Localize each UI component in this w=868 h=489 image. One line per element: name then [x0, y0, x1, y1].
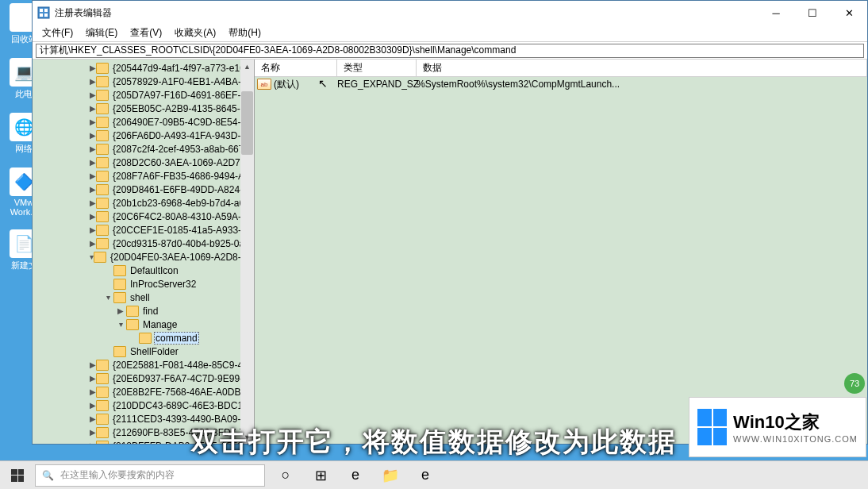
- tree-item[interactable]: InProcServer32: [33, 277, 254, 291]
- scroll-up-arrow[interactable]: ▲: [240, 60, 254, 73]
- tree-item-label: {20578929-A1F0-4EB1-A4BA-66207291: [111, 76, 254, 87]
- tree-item-label: {20E8B2FE-7568-46AE-A0DB-76B7F469: [111, 387, 254, 398]
- maximize-button[interactable]: ☐: [794, 1, 831, 25]
- tree-item-label: {20cd9315-87d0-40b4-b925-0a8f208e: [111, 238, 254, 249]
- expander-icon[interactable]: ▶: [90, 131, 96, 140]
- folder-icon: [126, 319, 139, 330]
- tree-item[interactable]: ShellFolder: [33, 345, 254, 358]
- expander-icon[interactable]: ▶: [90, 387, 96, 396]
- tree-item[interactable]: ▶{212BFFFB-DAB9-4EEF-AF58-3366DAF ∨: [33, 439, 254, 444]
- tree-item-label: {209D8461-E6FB-49DD-A824-C9962A9: [111, 184, 254, 195]
- folder-icon: [96, 157, 109, 168]
- tree-item[interactable]: ▶{20578929-A1F0-4EB1-A4BA-66207291: [33, 75, 254, 88]
- status-badge[interactable]: 73: [844, 373, 865, 394]
- menu-view[interactable]: 查看(V): [124, 25, 168, 41]
- expander-icon[interactable]: ▶: [90, 414, 96, 423]
- expander-icon[interactable]: ▶: [115, 306, 126, 315]
- expander-icon[interactable]: ▶: [90, 212, 96, 221]
- values-header: 名称 类型 数据: [255, 60, 867, 77]
- expander-icon[interactable]: ▶: [90, 104, 96, 113]
- search-placeholder: 在这里输入你要搜索的内容: [60, 468, 175, 482]
- tree-item[interactable]: ▶{2111CED3-4393-4490-BA09-0714A7C9: [33, 412, 254, 425]
- tree-item[interactable]: ▶{20E6D937-F6A7-4C7D-9E99-7E0AF817: [33, 372, 254, 385]
- expander-icon[interactable]: ▶: [90, 185, 96, 194]
- expander-icon[interactable]: ▶: [90, 198, 96, 207]
- tree-item[interactable]: ▶{20CCEF1E-0185-41a5-A933-509C43B5: [33, 223, 254, 237]
- tree-item[interactable]: ▶{20E8B2FE-7568-46AE-A0DB-76B7F469: [33, 385, 254, 399]
- folder-icon: [96, 414, 109, 425]
- tree-item[interactable]: ▶{20cd9315-87d0-40b4-b925-0a8f208e: [33, 237, 254, 250]
- task-ie-icon[interactable]: e: [408, 461, 443, 490]
- tree-item[interactable]: command: [33, 331, 254, 345]
- tree-item-label: {205447d9-4af1-4f97-a773-e10ff2e44e: [111, 63, 254, 74]
- menu-fav[interactable]: 收藏夹(A): [168, 25, 222, 41]
- tree-item[interactable]: ▶{205EB05C-A2B9-4135-8645-C8673A7E: [33, 102, 254, 115]
- value-row[interactable]: ab (默认) REG_EXPAND_SZ %SystemRoot%\syste…: [255, 77, 867, 91]
- tree-item[interactable]: ▶{209D8461-E6FB-49DD-A824-C9962A9: [33, 183, 254, 196]
- scroll-thumb[interactable]: [241, 91, 253, 155]
- close-button[interactable]: ✕: [831, 1, 867, 25]
- menu-edit[interactable]: 编辑(E): [79, 25, 124, 41]
- col-name[interactable]: 名称: [255, 60, 337, 76]
- tree-item[interactable]: ▶{20E25881-F081-448e-85C9-4707A940: [33, 358, 254, 372]
- folder-icon: [96, 360, 109, 371]
- svg-rect-3: [40, 13, 43, 17]
- expander-icon[interactable]: ▶: [90, 64, 96, 72]
- tree-item[interactable]: ▶{20C6F4C2-80A8-4310-A59A-1CC4873: [33, 210, 254, 223]
- minimize-button[interactable]: ─: [758, 1, 794, 25]
- expander-icon[interactable]: ▶: [90, 239, 96, 248]
- value-name: (默认): [274, 78, 337, 91]
- titlebar[interactable]: 注册表编辑器 ─ ☐ ✕: [33, 1, 867, 25]
- tree-item[interactable]: ▶find: [33, 304, 254, 318]
- address-input[interactable]: [36, 44, 864, 58]
- tree-item[interactable]: ▶{206FA6D0-A493-41FA-943D-3F655088: [33, 129, 254, 142]
- expander-icon[interactable]: ▶: [90, 401, 96, 410]
- expander-icon[interactable]: ▶: [90, 428, 96, 437]
- tree-item[interactable]: ▶{2087c2f4-2cef-4953-a8ab-66779b670: [33, 142, 254, 156]
- expander-icon[interactable]: ▶: [90, 171, 96, 180]
- folder-icon: [96, 400, 109, 411]
- tree-item[interactable]: ▶{208F7A6F-FB35-4686-9494-AB22B7B2: [33, 169, 254, 183]
- watermark: Win10之家 WWW.WIN10XITONG.COM: [689, 397, 866, 457]
- start-button[interactable]: [0, 461, 35, 490]
- col-type[interactable]: 类型: [337, 60, 417, 76]
- scroll-down-arrow[interactable]: ▼: [240, 430, 254, 444]
- expander-icon[interactable]: ▶: [90, 77, 96, 86]
- expander-icon[interactable]: ▶: [90, 144, 96, 153]
- expander-icon[interactable]: ▶: [90, 225, 96, 234]
- values-pane: 名称 类型 数据 ab (默认) REG_EXPAND_SZ %SystemRo…: [255, 60, 867, 444]
- tree-item[interactable]: ▾shell: [33, 291, 254, 304]
- tree-item[interactable]: ▶{20b1cb23-6968-4eb9-b7d4-a66d00d0: [33, 196, 254, 210]
- addressbar: [33, 42, 867, 60]
- task-cortana-icon[interactable]: ○: [268, 461, 303, 490]
- col-data[interactable]: 数据: [417, 60, 867, 76]
- tree-item[interactable]: ▶{210DDC43-689C-46E3-BDC1-38C16C8: [33, 399, 254, 412]
- tree-item[interactable]: DefaultIcon: [33, 264, 254, 277]
- taskbar-search[interactable]: 🔍 在这里输入你要搜索的内容: [35, 464, 265, 487]
- tree-item[interactable]: ▾Manage: [33, 318, 254, 331]
- expander-icon[interactable]: ▶: [90, 117, 96, 126]
- svg-rect-1: [40, 9, 43, 12]
- expander-icon[interactable]: ▶: [90, 158, 96, 167]
- menu-help[interactable]: 帮助(H): [222, 25, 267, 41]
- task-view-icon[interactable]: ⊞: [303, 461, 338, 490]
- tree-scrollbar[interactable]: ▲ ▼: [240, 60, 254, 444]
- tree-item[interactable]: ▶{212690FB-83E5-4526-8FD7-74478B79: [33, 425, 254, 439]
- expander-icon[interactable]: ▶: [90, 90, 96, 99]
- tree-item[interactable]: ▶{206490E7-09B5-4C9D-8E54-254B87A5: [33, 115, 254, 129]
- tree-item[interactable]: ▶{205447d9-4af1-4f97-a773-e10ff2e44e ∧: [33, 61, 254, 75]
- expander-icon[interactable]: ▾: [115, 320, 126, 329]
- expander-icon[interactable]: ▶: [90, 374, 96, 383]
- task-edge-icon[interactable]: e: [338, 461, 373, 490]
- expander-icon[interactable]: ▶: [90, 360, 96, 369]
- folder-icon: [96, 144, 109, 155]
- expander-icon[interactable]: ▾: [102, 293, 113, 302]
- menu-file[interactable]: 文件(F): [36, 25, 79, 41]
- regedit-icon: [37, 6, 50, 19]
- tree-item[interactable]: ▶{205D7A97-F16D-4691-86EF-F3075DC0: [33, 88, 254, 102]
- tree-item[interactable]: ▾{20D04FE0-3AEA-1069-A2D8-08002B3: [33, 250, 254, 264]
- tree-item[interactable]: ▶{208D2C60-3AEA-1069-A2D7-08002B3: [33, 156, 254, 169]
- expander-icon[interactable]: ▶: [90, 441, 96, 444]
- folder-icon: [96, 225, 109, 236]
- task-explorer-icon[interactable]: 📁: [373, 461, 408, 490]
